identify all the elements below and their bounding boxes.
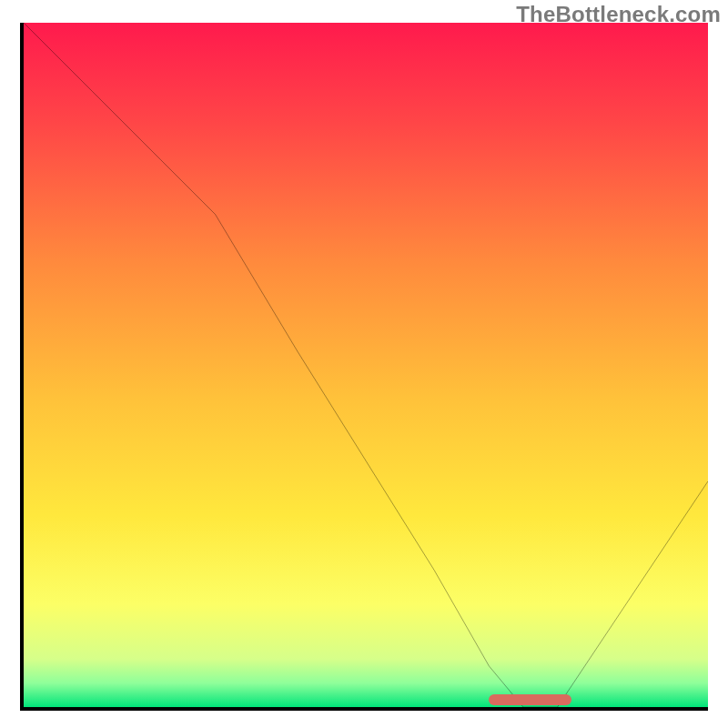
chart-container: TheBottleneck.com xyxy=(0,0,728,728)
watermark-text: TheBottleneck.com xyxy=(516,2,721,27)
optimum-range-marker xyxy=(489,694,571,705)
plot-area xyxy=(20,23,708,711)
bottleneck-curve xyxy=(24,23,708,707)
